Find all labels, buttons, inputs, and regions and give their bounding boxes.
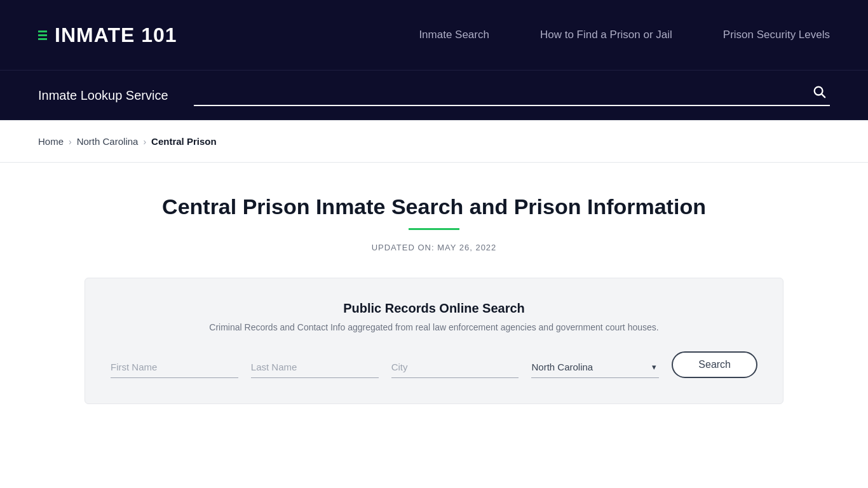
- city-field: [391, 356, 519, 378]
- search-icon: [812, 85, 826, 98]
- nav-item-inmate-search[interactable]: Inmate Search: [419, 29, 489, 41]
- city-input[interactable]: [391, 356, 519, 378]
- page-title: Central Prison Inmate Search and Prison …: [38, 194, 830, 219]
- top-navigation: INMATE 101 Inmate Search How to Find a P…: [0, 0, 868, 70]
- breadcrumb-divider: [0, 162, 868, 163]
- breadcrumb-home[interactable]: Home: [38, 136, 64, 147]
- logo-text: INMATE 101: [55, 24, 177, 47]
- breadcrumb-chevron-1: ›: [69, 137, 72, 147]
- breadcrumb-current: Central Prison: [151, 136, 217, 147]
- first-name-input[interactable]: [111, 356, 238, 378]
- search-input-wrapper: [194, 85, 830, 106]
- last-name-input[interactable]: [251, 356, 379, 378]
- last-name-field: [251, 356, 379, 378]
- breadcrumb-state[interactable]: North Carolina: [77, 136, 139, 147]
- breadcrumb-chevron-2: ›: [143, 137, 146, 147]
- nav-link-inmate-search[interactable]: Inmate Search: [419, 29, 489, 41]
- nav-item-security-levels[interactable]: Prison Security Levels: [723, 29, 830, 41]
- public-records-box: Public Records Online Search Criminal Re…: [85, 278, 783, 404]
- search-section-label: Inmate Lookup Service: [38, 88, 168, 103]
- main-content: Central Prison Inmate Search and Prison …: [0, 175, 868, 430]
- nav-item-find-prison[interactable]: How to Find a Prison or Jail: [540, 29, 672, 41]
- search-submit-button[interactable]: [808, 85, 830, 102]
- title-underline: [409, 228, 459, 230]
- nav-link-security-levels[interactable]: Prison Security Levels: [723, 29, 830, 41]
- public-records-title: Public Records Online Search: [111, 301, 757, 316]
- nav-link-find-prison[interactable]: How to Find a Prison or Jail: [540, 29, 672, 41]
- state-select[interactable]: AlabamaAlaskaArizonaArkansasCaliforniaCo…: [531, 356, 659, 378]
- logo[interactable]: INMATE 101: [38, 24, 177, 47]
- state-select-wrapper: AlabamaAlaskaArizonaArkansasCaliforniaCo…: [531, 356, 659, 378]
- search-input[interactable]: [194, 88, 808, 99]
- svg-line-1: [822, 94, 825, 97]
- updated-text: UPDATED ON: MAY 26, 2022: [38, 243, 830, 252]
- search-button[interactable]: Search: [672, 351, 757, 378]
- public-records-description: Criminal Records and Contact Info aggreg…: [111, 322, 757, 332]
- breadcrumb: Home › North Carolina › Central Prison: [0, 121, 868, 162]
- first-name-field: [111, 356, 238, 378]
- search-section: Inmate Lookup Service: [0, 70, 868, 120]
- logo-bars-icon: [38, 30, 47, 40]
- nav-links: Inmate Search How to Find a Prison or Ja…: [419, 29, 830, 41]
- search-form-row: AlabamaAlaskaArizonaArkansasCaliforniaCo…: [111, 351, 757, 378]
